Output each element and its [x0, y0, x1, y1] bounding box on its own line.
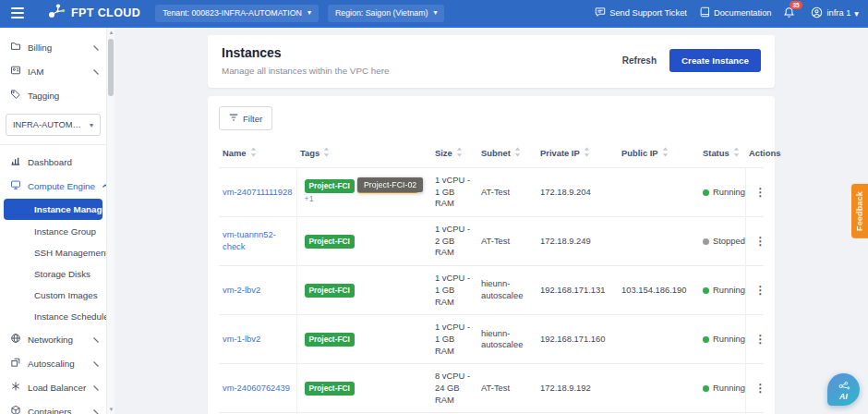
sidebar-item-iam[interactable]: IAM — [0, 59, 106, 83]
ai-label: AI — [839, 393, 848, 401]
sidebar-item-label: Tagging — [28, 91, 59, 101]
sidebar-item-label: Networking — [28, 335, 73, 345]
tag-badge: Project-FCI — [305, 284, 355, 298]
sidebar-item-tagging[interactable]: Tagging — [0, 83, 106, 107]
sidebar: BillingIAMTaggingINFRA-AUTOMATION-VM...▾… — [0, 28, 106, 414]
sidebar-item-networking[interactable]: Networking — [0, 327, 106, 351]
instance-name-link[interactable]: vm-240711111928 — [223, 187, 292, 197]
sidebar-item-autoscaling[interactable]: Autoscaling — [0, 351, 106, 375]
tenant-dropdown[interactable]: Tenant: 000823-INFRA-AUTOMATION ▾ — [155, 5, 319, 22]
main-content: Instances Manage all instances within th… — [115, 28, 868, 414]
chevron-down-icon: ▾ — [90, 121, 93, 129]
column-header-subnet[interactable]: Subnet — [477, 139, 536, 168]
status-cell: Running — [699, 315, 745, 364]
column-header-name[interactable]: Name — [219, 139, 296, 168]
public-ip-cell: 103.154.186.190 — [618, 266, 699, 315]
chevron-down-icon: ▾ — [854, 8, 859, 18]
row-actions-button[interactable]: ⋮ — [750, 283, 772, 298]
subnet-cell: hieunn-autoscalee — [477, 266, 536, 315]
public-ip-cell — [618, 364, 699, 413]
filter-button[interactable]: Filter — [219, 106, 272, 130]
notifications-button[interactable]: 35 — [783, 6, 795, 20]
subnet-cell: hieunn-autoscalee — [477, 315, 536, 364]
column-header-private-ip[interactable]: Private IP — [536, 139, 618, 168]
private-ip-cell: 172.18.9.249 — [536, 217, 618, 266]
sidebar-item-instance-management[interactable]: Instance Management — [4, 199, 102, 220]
sidebar-item-label: Instance Group — [34, 226, 96, 237]
sidebar-item-label: Storage Disks — [34, 269, 90, 279]
sidebar-item-storage-disks[interactable]: Storage Disks — [0, 263, 106, 285]
sidebar-item-load-balancer[interactable]: Load Balancer — [0, 375, 106, 399]
sidebar-item-ssh-management[interactable]: SSH Management — [0, 242, 106, 263]
column-header-actions: Actions — [745, 139, 764, 168]
status-label: Stopped — [713, 236, 745, 248]
refresh-button[interactable]: Refresh — [622, 55, 657, 66]
subnet-cell: AT-Test — [477, 364, 536, 413]
status-label: Running — [713, 334, 745, 346]
topbar: FPT CLOUD Tenant: 000823-INFRA-AUTOMATIO… — [0, 0, 868, 26]
molecule-logo-icon — [48, 3, 66, 23]
sidebar-item-instance-group[interactable]: Instance Group — [0, 221, 106, 242]
row-actions-button[interactable]: ⋮ — [750, 381, 772, 396]
sort-icon — [250, 147, 257, 159]
column-header-status[interactable]: Status — [699, 139, 745, 168]
instances-table-card: Filter NameTagsSizeSubnetPrivate IPPubli… — [208, 96, 775, 414]
bell-icon — [783, 11, 795, 20]
status-dot — [703, 336, 709, 343]
row-actions-button[interactable]: ⋮ — [750, 185, 772, 200]
sidebar-item-containers[interactable]: Containers — [0, 399, 106, 414]
column-header-tags[interactable]: Tags — [296, 139, 431, 168]
sidebar-item-label: Instance Schedule — [34, 311, 106, 322]
instance-name-link[interactable]: vm-1-lbv2 — [223, 334, 260, 344]
row-actions-button[interactable]: ⋮ — [750, 332, 772, 347]
user-menu[interactable]: infra 1 ▾ — [811, 6, 859, 20]
sidebar-item-instance-schedule[interactable]: Instance Schedule — [0, 306, 106, 327]
private-ip-cell: 172.18.9.204 — [536, 168, 618, 217]
create-instance-button[interactable]: Create Instance — [669, 49, 761, 72]
tenant-label: Tenant: 000823-INFRA-AUTOMATION — [163, 8, 302, 18]
size-cell: 1 vCPU - 1 GB RAM — [431, 168, 477, 217]
tag-badge: Project-FCI — [305, 382, 355, 396]
size-cell: 1 vCPU - 1 GB RAM — [431, 266, 477, 315]
tags-cell: Project-FCI — [296, 217, 431, 266]
size-cell: 1 vCPU - 2 GB RAM — [431, 217, 477, 266]
status-dot — [703, 238, 709, 245]
sidebar-scrollbar-thumb[interactable] — [108, 39, 114, 96]
send-support-ticket-link[interactable]: Send Support Ticket — [595, 6, 687, 19]
region-dropdown[interactable]: Region: Saigon (Vietnam) ▾ — [328, 5, 445, 22]
ai-assistant-button[interactable]: AI — [827, 373, 860, 406]
status-label: Running — [713, 285, 745, 297]
sidebar-item-custom-images[interactable]: Custom Images — [0, 285, 106, 306]
tags-more-indicator[interactable]: +1 — [305, 194, 314, 203]
feedback-tab[interactable]: Feedback — [851, 184, 868, 238]
sidebar-item-dashboard[interactable]: Dashboard — [0, 150, 106, 174]
sidebar-item-label: Compute Engine — [28, 181, 95, 191]
sidebar-item-label: Billing — [28, 43, 52, 53]
instance-name-link[interactable]: vm-tuannn52-check — [223, 229, 276, 251]
loadbalancer-icon — [10, 381, 21, 394]
sidebar-item-billing[interactable]: Billing — [0, 35, 106, 59]
billing-icon — [10, 41, 21, 54]
row-actions-button[interactable]: ⋮ — [750, 234, 772, 249]
user-avatar-icon — [811, 6, 823, 20]
hamburger-menu-icon[interactable] — [9, 5, 26, 21]
instance-name-link[interactable]: vm-24060762439 — [223, 383, 290, 393]
sidebar-item-label: Instance Management — [34, 204, 106, 214]
instance-name-link[interactable]: vm-2-lbv2 — [223, 285, 260, 295]
private-ip-cell: 192.168.171.131 — [536, 266, 618, 315]
column-header-public-ip[interactable]: Public IP — [618, 139, 699, 168]
sort-icon — [456, 147, 463, 159]
sidebar-item-compute-engine[interactable]: Compute Engine — [0, 174, 106, 198]
sidebar-item-label: Dashboard — [28, 157, 72, 167]
sort-icon — [323, 147, 330, 159]
vpc-selector[interactable]: INFRA-AUTOMATION-VM...▾ — [6, 114, 101, 136]
sidebar-scrollbar[interactable]: ▲ ▼ — [106, 28, 115, 414]
public-ip-cell — [618, 217, 699, 266]
filter-icon — [229, 113, 238, 124]
sort-icon — [584, 147, 590, 159]
documentation-link[interactable]: Documentation — [699, 6, 772, 19]
status-cell: Running — [699, 266, 745, 315]
table-row: vm-tuannn52-checkProject-FCI1 vCPU - 2 G… — [219, 217, 764, 266]
sidebar-item-label: Custom Images — [34, 290, 98, 300]
column-header-size[interactable]: Size — [431, 139, 477, 168]
